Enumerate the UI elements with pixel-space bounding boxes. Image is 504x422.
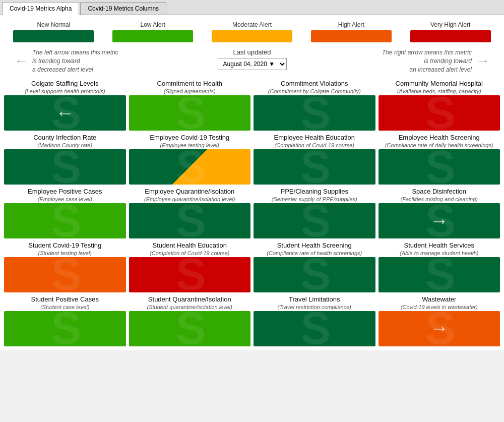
arrow-info-center: Last updated August 04, 2020 ▼ [173,48,332,70]
watermark-student-health-screening: S [300,257,328,292]
metric-cell-space-disinfection: Space Disinfection (Facilities misting a… [379,188,500,238]
metric-subtitle-colgate-staffing: (Level supports health protocols) [4,88,126,94]
metric-bar-student-health-screening[interactable]: S [254,257,375,292]
metric-title-commitment-health: Commitment to Health [129,80,251,88]
metric-subtitle-ppe-cleaning: (Semester supply of PPE/supplies) [254,196,375,202]
legend: New Normal Low Alert Moderate Alert High… [4,19,500,44]
arrow-info-left: ← The left arrow means this metricis tre… [14,48,173,74]
metric-bar-student-quarantine[interactable]: S [129,311,251,346]
metric-title-employee-covid-testing: Employee Covid-19 Testing [129,134,251,142]
metric-bar-space-disinfection[interactable]: S → [379,203,500,238]
metric-cell-student-positive: Student Positive Cases (Student case lev… [4,295,126,346]
metric-title-ppe-cleaning: PPE/Cleaning Supplies [254,188,375,196]
metric-cell-county-infection: County Infection Rate (Madison County ra… [4,134,126,185]
legend-bar-very-high-alert [410,30,491,42]
metric-subtitle-commitment-health: (Signed agreements) [129,88,251,94]
watermark-student-positive: S [51,311,79,346]
metric-subtitle-county-infection: (Madison County rate) [4,142,126,148]
metric-cell-wastewater: Wastewater (Covid-19 levels in wastewate… [379,295,500,346]
metric-cell-student-health-services: Student Health Services (Able to manage … [379,242,500,292]
watermark-commitment-violations: S [300,95,328,131]
watermark-county-infection: S [51,149,79,185]
metric-subtitle-travel-limitations: (Travel restriction compliance) [254,304,375,310]
metric-title-county-infection: County Infection Rate [4,134,126,142]
metric-title-student-covid-testing: Student Covid-19 Testing [4,242,126,250]
metric-subtitle-community-memorial: (Available beds, staffing, capacity) [379,88,500,94]
left-arrow-text: The left arrow means this metricis trend… [32,48,118,74]
legend-moderate-alert: Moderate Alert [212,21,292,42]
watermark-employee-covid-testing: S [176,149,204,185]
metric-bar-colgate-staffing[interactable]: S ← [4,95,126,131]
metric-subtitle-student-health-screening: (Compliance rate of health screenings) [254,250,375,256]
metric-title-employee-quarantine: Employee Quarantine/Isolation [129,188,251,196]
metric-subtitle-student-positive: (Student case level) [4,304,126,310]
legend-very-high-alert: Very High Alert [410,21,491,42]
metric-bar-employee-quarantine[interactable]: S [129,203,251,238]
metric-subtitle-student-covid-testing: (Student testing level) [4,250,126,256]
metric-bar-employee-positive[interactable]: S [4,203,126,238]
metric-bar-travel-limitations[interactable]: S [254,311,375,346]
metric-bar-employee-health-screening[interactable]: S [379,149,500,185]
metric-cell-student-health-education: Student Health Education (Completion of … [129,242,251,292]
metric-subtitle-employee-positive: (Employee case level) [4,196,126,202]
metric-bar-employee-covid-testing[interactable]: S [129,149,251,185]
left-arrow-icon: ← [14,53,28,69]
metric-bar-commitment-health[interactable]: S [129,95,251,131]
metric-title-employee-health-screening: Employee Health Screening [379,134,500,142]
metric-bar-student-health-services[interactable]: S [379,257,500,292]
right-arrow-icon: → [476,53,490,69]
watermark-travel-limitations: S [300,311,328,346]
metric-title-employee-health-education: Employee Health Education [254,134,375,142]
metric-title-student-health-education: Student Health Education [129,242,251,250]
metric-cell-ppe-cleaning: PPE/Cleaning Supplies (Semester supply o… [254,188,375,238]
metric-cell-employee-positive: Employee Positive Cases (Employee case l… [4,188,126,238]
metric-cell-employee-covid-testing: Employee Covid-19 Testing (Employee test… [129,134,251,185]
metric-subtitle-student-health-services: (Able to manage student health) [379,250,500,256]
metric-title-wastewater: Wastewater [379,295,500,304]
right-arrow-text: The right arrow means this metricis tren… [382,48,472,74]
metric-title-employee-positive: Employee Positive Cases [4,188,126,196]
right-trend-arrow: → [429,210,449,232]
metric-subtitle-employee-health-education: (Completion of Covid-19 course) [254,142,375,148]
tab-bar: Covid-19 Metrics Alpha Covid-19 Metrics … [0,0,504,15]
arrow-info-right: The right arrow means this metricis tren… [331,48,490,74]
metric-title-community-memorial: Community Memorial Hospital [379,80,500,88]
metric-title-student-health-services: Student Health Services [379,242,500,250]
metric-bar-student-health-education[interactable]: S [129,257,251,292]
tab-columns[interactable]: Covid-19 Metrics Columns [80,2,166,15]
metric-subtitle-space-disinfection: (Facilities misting and cleaning) [379,196,500,202]
metric-title-colgate-staffing: Colgate Staffing Levels [4,80,126,88]
metric-cell-travel-limitations: Travel Limitations (Travel restriction c… [254,295,375,346]
metric-cell-community-memorial: Community Memorial Hospital (Available b… [379,80,500,131]
metric-title-space-disinfection: Space Disinfection [379,188,500,196]
metric-title-travel-limitations: Travel Limitations [254,295,375,304]
metric-bar-student-positive[interactable]: S [4,311,126,346]
metric-bar-employee-health-education[interactable]: S [254,149,375,185]
metric-cell-commitment-health: Commitment to Health (Signed agreements)… [129,80,251,131]
metric-bar-wastewater[interactable]: S → [379,311,500,346]
metric-bar-community-memorial[interactable]: S [379,95,500,131]
metric-subtitle-employee-health-screening: (Compliance rate of daily health screeni… [379,142,500,148]
metric-subtitle-student-quarantine: (Student quarantine/isolation level) [129,304,251,310]
metric-subtitle-employee-covid-testing: (Employee testing level) [129,142,251,148]
legend-new-normal: New Normal [13,21,94,42]
arrow-info-row: ← The left arrow means this metricis tre… [4,48,500,74]
metric-title-commitment-violations: Commitment Violations [254,80,375,88]
watermark-student-quarantine: S [176,311,204,346]
metric-bar-commitment-violations[interactable]: S [254,95,375,131]
legend-bar-low-alert [112,30,193,42]
metric-bar-county-infection[interactable]: S [4,149,126,185]
metric-title-student-quarantine: Student Quarantine/Isolation [129,295,251,304]
metric-subtitle-commitment-violations: (Commitment by Colgate Community) [254,88,375,94]
watermark-commitment-health: S [176,95,204,131]
watermark-employee-quarantine: S [176,203,204,238]
metric-bar-student-covid-testing[interactable]: S [4,257,126,292]
date-select[interactable]: August 04, 2020 ▼ [218,58,287,70]
tab-alpha[interactable]: Covid-19 Metrics Alpha [2,2,79,15]
watermark-employee-positive: S [51,203,79,238]
metric-cell-student-quarantine: Student Quarantine/Isolation (Student qu… [129,295,251,346]
metric-title-student-health-screening: Student Health Screening [254,242,375,250]
metric-bar-ppe-cleaning[interactable]: S [254,203,375,238]
legend-bar-new-normal [13,30,94,42]
metric-subtitle-wastewater: (Covid-19 levels in wastewater) [379,304,500,310]
